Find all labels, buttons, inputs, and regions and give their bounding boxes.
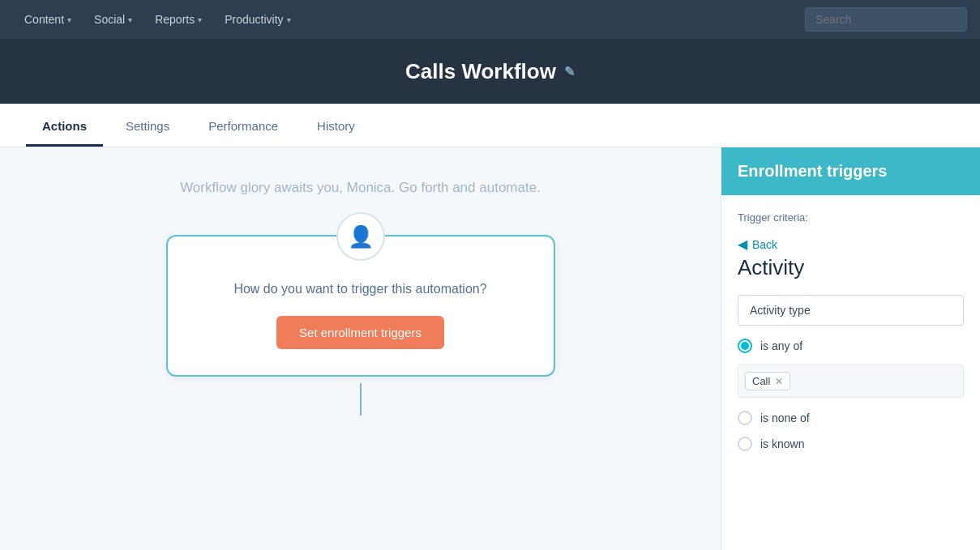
nav-reports-label: Reports: [155, 13, 195, 26]
person-icon: 👤: [348, 224, 374, 249]
trigger-question-text: How do you want to trigger this automati…: [233, 282, 486, 296]
trigger-avatar: 👤: [336, 212, 385, 261]
nav-content-chevron-icon: ▾: [67, 15, 71, 24]
radio-is-any-of[interactable]: is any of: [738, 339, 964, 353]
radio-is-known[interactable]: is known: [738, 437, 964, 451]
nav-productivity-chevron-icon: ▾: [287, 15, 291, 24]
nav-content-label: Content: [24, 13, 64, 26]
trigger-criteria-label: Trigger criteria:: [738, 211, 964, 224]
back-label: Back: [752, 238, 777, 251]
radio-is-known-circle[interactable]: [738, 437, 752, 451]
tabs-bar: Actions Settings Performance History: [0, 104, 980, 147]
workflow-subtitle: Workflow glory awaits you, Monica. Go fo…: [180, 180, 541, 196]
radio-is-any-of-label: is any of: [760, 339, 802, 352]
nav-productivity[interactable]: Productivity ▾: [213, 0, 302, 39]
panel-header-title: Enrollment triggers: [738, 162, 964, 181]
radio-is-none-of-label: is none of: [760, 411, 810, 424]
back-link[interactable]: ◀ Back: [738, 237, 964, 252]
nav-reports[interactable]: Reports ▾: [143, 0, 213, 39]
search-input[interactable]: [805, 7, 967, 32]
panel-header: Enrollment triggers: [721, 147, 980, 195]
connector-line: [360, 383, 362, 416]
tag-call-label: Call: [752, 375, 770, 387]
tag-call-close-icon[interactable]: ✕: [775, 376, 783, 387]
edit-title-icon[interactable]: ✎: [564, 64, 575, 79]
tag-call: Call ✕: [745, 372, 790, 390]
workflow-title-container: Calls Workflow ✎: [405, 59, 575, 84]
right-panel: Enrollment triggers Trigger criteria: ◀ …: [721, 147, 980, 550]
tab-actions[interactable]: Actions: [26, 119, 103, 147]
back-arrow-icon: ◀: [738, 237, 747, 252]
panel-body: Trigger criteria: ◀ Back Activity Activi…: [721, 195, 980, 550]
nav-social-chevron-icon: ▾: [128, 15, 132, 24]
nav-productivity-label: Productivity: [225, 13, 283, 26]
main-layout: Workflow glory awaits you, Monica. Go fo…: [0, 147, 980, 550]
tab-settings[interactable]: Settings: [109, 119, 186, 147]
nav-social-label: Social: [94, 13, 125, 26]
left-content: Workflow glory awaits you, Monica. Go fo…: [0, 147, 721, 550]
workflow-title-text: Calls Workflow: [405, 59, 556, 84]
trigger-card: 👤 How do you want to trigger this automa…: [166, 235, 555, 377]
top-nav: Content ▾ Social ▾ Reports ▾ Productivit…: [0, 0, 980, 39]
activity-type-box[interactable]: Activity type: [738, 295, 964, 326]
tab-history[interactable]: History: [301, 119, 371, 147]
radio-is-any-of-circle[interactable]: [738, 339, 752, 353]
nav-content[interactable]: Content ▾: [13, 0, 83, 39]
nav-reports-chevron-icon: ▾: [198, 15, 202, 24]
tab-performance[interactable]: Performance: [192, 119, 294, 147]
tags-area[interactable]: Call ✕: [738, 365, 964, 398]
radio-is-none-of-circle[interactable]: [738, 411, 752, 425]
set-enrollment-triggers-button[interactable]: Set enrollment triggers: [276, 316, 444, 349]
workflow-header: Calls Workflow ✎: [0, 39, 980, 104]
section-title: Activity: [738, 255, 964, 280]
radio-is-none-of[interactable]: is none of: [738, 411, 964, 425]
radio-is-known-label: is known: [760, 437, 804, 450]
nav-social[interactable]: Social ▾: [83, 0, 143, 39]
